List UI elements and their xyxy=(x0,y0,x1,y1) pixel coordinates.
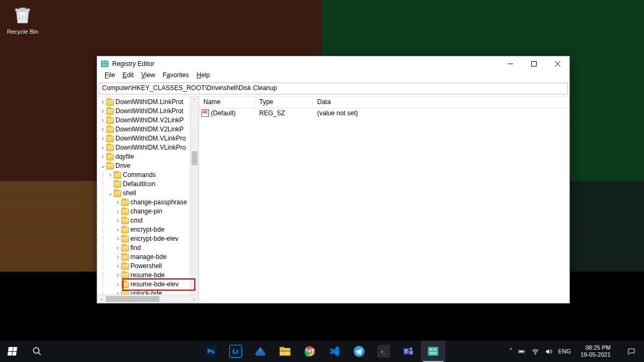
svg-rect-20 xyxy=(429,352,437,354)
scroll-thumb[interactable] xyxy=(106,296,159,302)
taskbar-app-lightroom[interactable]: Lr xyxy=(223,341,248,362)
registry-tree[interactable]: ›DownlWithIDM.LinkProt ›DownlWithIDM.Lin… xyxy=(97,97,199,294)
battery-icon[interactable] xyxy=(518,348,526,356)
window-title: Registry Editor xyxy=(112,60,155,68)
svg-point-5 xyxy=(33,348,39,353)
svg-rect-3 xyxy=(102,64,107,66)
value-list[interactable]: Name Type Data (Default) REG_SZ (value n… xyxy=(199,97,569,303)
svg-rect-1 xyxy=(102,62,104,63)
taskbar-app-mail[interactable] xyxy=(248,341,273,362)
menu-favorites[interactable]: Favorites xyxy=(159,71,192,82)
regedit-icon xyxy=(100,60,109,68)
svg-point-24 xyxy=(535,353,536,354)
search-button[interactable] xyxy=(25,341,49,362)
svg-rect-2 xyxy=(105,62,107,63)
col-name[interactable]: Name xyxy=(199,97,255,108)
scroll-thumb[interactable] xyxy=(192,151,197,165)
svg-rect-0 xyxy=(101,61,108,67)
address-bar[interactable]: Computer\HKEY_CLASSES_ROOT\Drive\shell\D… xyxy=(99,83,568,94)
scroll-left-icon[interactable]: ‹ xyxy=(97,295,106,304)
svg-text:T: T xyxy=(405,349,407,354)
svg-rect-4 xyxy=(532,62,537,67)
start-button[interactable] xyxy=(0,341,25,362)
menu-file[interactable]: File xyxy=(101,71,118,82)
taskbar-app-regedit[interactable] xyxy=(421,341,445,362)
col-type[interactable]: Type xyxy=(255,97,313,108)
titlebar[interactable]: Registry Editor xyxy=(97,56,569,71)
taskbar: Ps Lr ›_ T ˄ ENG 08:25 PM 19-05-2021 xyxy=(0,341,644,362)
svg-rect-9 xyxy=(280,350,290,352)
volume-icon[interactable] xyxy=(545,348,553,356)
search-icon xyxy=(32,346,42,356)
taskbar-app-teams[interactable]: T xyxy=(396,341,421,362)
value-row[interactable]: (Default) REG_SZ (value not set) xyxy=(199,108,569,118)
recycle-bin[interactable]: Recycle Bin xyxy=(6,4,39,35)
language-indicator[interactable]: ENG xyxy=(558,348,571,354)
scroll-up-icon[interactable]: ˄ xyxy=(191,97,199,105)
expand-toggle[interactable]: ⌄ xyxy=(100,161,106,171)
menu-help[interactable]: Help xyxy=(193,71,213,82)
menu-edit[interactable]: Edit xyxy=(119,71,137,82)
recycle-bin-label: Recycle Bin xyxy=(6,28,39,35)
tray-chevron-up-icon[interactable]: ˄ xyxy=(509,348,513,355)
close-button[interactable] xyxy=(546,56,569,71)
tree-scrollbar-vertical[interactable]: ˄ ˅ xyxy=(190,97,199,294)
svg-rect-8 xyxy=(280,347,284,349)
menu-view[interactable]: View xyxy=(138,71,158,82)
system-tray: ˄ ENG 08:25 PM 19-05-2021 xyxy=(509,341,644,362)
minimize-button[interactable] xyxy=(499,56,522,71)
scroll-down-icon[interactable]: ˅ xyxy=(191,286,199,294)
notification-icon xyxy=(627,348,635,356)
clock[interactable]: 08:25 PM 19-05-2021 xyxy=(576,344,615,358)
svg-rect-17 xyxy=(428,347,438,356)
recycle-bin-icon xyxy=(12,4,33,26)
taskbar-app-terminal[interactable]: ›_ xyxy=(371,341,396,362)
svg-point-16 xyxy=(409,348,413,351)
svg-point-12 xyxy=(309,350,311,352)
svg-rect-18 xyxy=(429,349,433,351)
col-data[interactable]: Data xyxy=(313,97,569,108)
taskbar-app-telegram[interactable] xyxy=(347,341,371,362)
expand-toggle[interactable]: ⌄ xyxy=(107,189,113,198)
svg-rect-22 xyxy=(524,351,524,352)
scroll-right-icon[interactable]: › xyxy=(190,295,199,304)
tree-scrollbar-horizontal[interactable]: ‹ › xyxy=(97,294,199,303)
menu-bar: File Edit View Favorites Help xyxy=(97,71,569,82)
taskbar-app-vscode[interactable] xyxy=(322,341,347,362)
svg-rect-19 xyxy=(433,349,437,351)
svg-rect-6 xyxy=(256,351,265,356)
svg-rect-23 xyxy=(519,351,523,352)
taskbar-app-explorer[interactable] xyxy=(273,341,297,362)
action-center-button[interactable] xyxy=(620,341,642,362)
column-headers[interactable]: Name Type Data xyxy=(199,97,569,108)
maximize-button[interactable] xyxy=(522,56,546,71)
wifi-icon[interactable] xyxy=(531,348,539,356)
taskbar-app-photoshop[interactable]: Ps xyxy=(199,341,223,362)
taskbar-app-chrome[interactable] xyxy=(297,341,322,362)
string-value-icon xyxy=(201,109,209,117)
registry-editor-window: Registry Editor File Edit View Favorites… xyxy=(97,56,570,304)
